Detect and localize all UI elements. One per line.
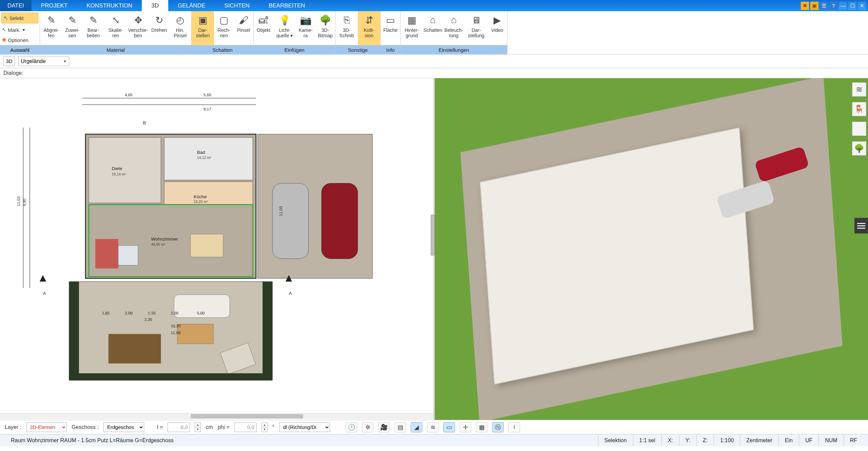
menu-file[interactable]: DATEI <box>0 0 32 11</box>
status-scale: 1:100 <box>714 434 740 446</box>
svg-rect-27 <box>322 183 358 259</box>
close-icon[interactable]: ✕ <box>858 2 866 10</box>
ribbon-schatten-button[interactable]: ⌂Schatten <box>423 11 443 45</box>
tool-icon[interactable]: ✖ <box>801 2 809 10</box>
tool-icon[interactable]: ▣ <box>810 2 818 10</box>
dl-select[interactable]: dl (Richtung/Di <box>279 423 330 432</box>
ribbon-drehen-button[interactable]: ↻Drehen <box>149 11 169 45</box>
ribbon: ↖Selekt ↖Mark.▼ ✚Optionen Auswahl ✎Abgre… <box>0 11 868 55</box>
ribbon-beleuchtung-button[interactable]: ⌂Beleuch- tung <box>443 11 465 45</box>
selekt-button[interactable]: ↖Selekt <box>1 13 38 23</box>
svg-text:2,00: 2,00 <box>125 311 133 315</box>
ribbon-icon: ▦ <box>405 13 419 27</box>
layers2-icon[interactable]: ▤ <box>394 422 406 432</box>
pane-2d-floorplan[interactable]: 4,655,60 9,17 4,90 11,03 Bad 14,12 m² Di… <box>0 78 435 420</box>
geschoss-select[interactable]: Erdgeschos <box>103 423 144 432</box>
menu-projekt[interactable]: PROJEKT <box>32 0 77 11</box>
palette-drawer-handle[interactable] <box>854 218 868 233</box>
ribbon-bearbeiten-button[interactable]: ✎Bear- beiten <box>82 11 104 45</box>
maximize-icon[interactable]: ☐ <box>848 2 856 10</box>
grid-icon[interactable]: ▦ <box>476 422 487 432</box>
ribbon-video-button[interactable]: ▶Video <box>487 11 507 45</box>
ribbon-icon: 🖥 <box>469 13 483 27</box>
ribbon-lichtquelle-button[interactable]: 💡Licht- quelle ▾ <box>273 11 296 45</box>
svg-rect-34 <box>69 282 79 380</box>
optionen-button[interactable]: ✚Optionen <box>0 35 40 45</box>
layers-icon[interactable]: ≋ <box>852 82 866 97</box>
ribbon-icon: ▣ <box>196 13 210 27</box>
mark-button[interactable]: ↖Mark.▼ <box>0 25 40 35</box>
tool-icon[interactable]: ☰ <box>820 2 828 10</box>
info-icon[interactable]: i <box>508 422 520 432</box>
stack-icon[interactable]: ≋ <box>427 422 439 432</box>
clock-icon[interactable]: 🕑 <box>346 422 357 432</box>
svg-rect-22 <box>95 239 118 268</box>
ribbon-flche-button[interactable]: ▭Fläche <box>381 11 400 45</box>
ribbon-icon: 📷 <box>299 13 312 27</box>
horizontal-scrollbar[interactable] <box>0 413 433 419</box>
menu-konstruktion[interactable]: KONSTRUKTION <box>77 0 142 11</box>
ribbon-objekt-button[interactable]: 🛋Objekt <box>254 11 273 45</box>
ribbon-icon: ✎ <box>65 13 79 27</box>
ribbon-kamera-button[interactable]: 📷Kame- ra <box>296 11 315 45</box>
ribbon-group-material: ✎Abgrei- fen✎Zuwei- sen✎Bear- beiten⤡Ska… <box>40 11 192 54</box>
phi-label: phi = <box>218 424 230 430</box>
ribbon-kollision-button[interactable]: ⇵Kolli- sion <box>358 11 380 45</box>
mode-3d[interactable]: 3D <box>3 57 15 66</box>
trowel-icon[interactable]: ◢ <box>411 422 422 432</box>
ribbon-darstellen-button[interactable]: ▣Dar- stellen <box>192 11 214 45</box>
ribbon-icon: 🛋 <box>257 13 270 27</box>
ribbon-hinpinsel-button[interactable]: ◴Hin. Pinsel <box>169 11 191 45</box>
phi-input[interactable] <box>234 423 257 432</box>
phi-spinner[interactable]: ▲▼ <box>262 423 268 432</box>
ribbon-skalieren-button[interactable]: ⤡Skalie- ren <box>104 11 127 45</box>
ribbon-darstellung-button[interactable]: 🖥Dar- stellung <box>465 11 487 45</box>
ribbon-rechnen-button[interactable]: ▢Rech- nen <box>214 11 234 45</box>
help-icon[interactable]: ? <box>829 2 837 10</box>
ribbon-dschnitt-button[interactable]: ⎘3D- Schnitt <box>335 11 358 45</box>
menu-3d[interactable]: 3D <box>142 0 168 11</box>
menu-gelaende[interactable]: GELÄNDE <box>168 0 215 11</box>
ribbon-icon: ✥ <box>131 13 145 27</box>
ribbon-abgreifen-button[interactable]: ✎Abgrei- fen <box>40 11 62 45</box>
status-selcount: 1:1 sel <box>633 434 661 446</box>
svg-text:48,85 m²: 48,85 m² <box>151 242 165 246</box>
svg-text:4,65: 4,65 <box>125 93 133 97</box>
layer-select[interactable]: 2D-Elemen <box>26 423 67 432</box>
svg-text:Bad: Bad <box>197 150 205 155</box>
svg-text:11,03: 11,03 <box>278 206 283 216</box>
north-icon[interactable]: Ⓝ <box>492 422 504 432</box>
plants-icon[interactable]: 🌳 <box>852 141 866 156</box>
camera-icon[interactable]: 🎥 <box>378 422 390 432</box>
ribbon-icon: 🖌 <box>237 13 250 27</box>
furniture-icon[interactable]: 🪑 <box>852 102 866 116</box>
ribbon-icon: ⇵ <box>362 13 376 27</box>
sheet-icon[interactable]: ▭ <box>443 422 455 432</box>
pane-splitter[interactable] <box>431 215 435 255</box>
svg-text:10,35: 10,35 <box>171 324 180 328</box>
length-input[interactable] <box>168 423 190 432</box>
terrain-dropdown[interactable]: Urgelände▼ <box>18 57 69 66</box>
status-y: Y: <box>679 434 696 446</box>
svg-text:5,00: 5,00 <box>197 311 205 315</box>
svg-text:A: A <box>43 291 46 296</box>
ribbon-pinsel-button[interactable]: 🖌Pinsel <box>234 11 253 45</box>
materials-icon[interactable] <box>852 122 866 136</box>
compass-icon[interactable]: ✲ <box>362 422 373 432</box>
ribbon-dbitmap-button[interactable]: 🌳3D- Bitmap <box>315 11 335 45</box>
crosshair-icon[interactable]: ✛ <box>460 422 471 432</box>
ribbon-group-sonstige: ⎘3D- Schnitt⇵Kolli- sionSonstige <box>335 11 381 54</box>
window-buttons: ✖ ▣ ☰ ? — ☐ ✕ <box>801 0 868 11</box>
ribbon-icon: ⤡ <box>109 13 122 27</box>
status-text: Raum Wohnzimmer RAUM - 1.5cm Putz L=Räum… <box>5 434 598 446</box>
ribbon-hintergrund-button[interactable]: ▦Hinter- grund <box>401 11 423 45</box>
ribbon-group-auswahl: ↖Selekt ↖Mark.▼ ✚Optionen Auswahl <box>0 11 40 54</box>
pane-3d-view[interactable]: ≋ 🪑 🌳 <box>435 78 868 420</box>
length-spinner[interactable]: ▲▼ <box>195 423 201 432</box>
minimize-icon[interactable]: — <box>839 2 847 10</box>
ribbon-zuweisen-button[interactable]: ✎Zuwei- sen <box>62 11 82 45</box>
menu-bearbeiten[interactable]: BEARBEITEN <box>259 0 315 11</box>
menu-sichten[interactable]: SICHTEN <box>215 0 259 11</box>
svg-text:1,65: 1,65 <box>102 311 110 315</box>
ribbon-verschieben-button[interactable]: ✥Verschie- ben <box>127 11 149 45</box>
